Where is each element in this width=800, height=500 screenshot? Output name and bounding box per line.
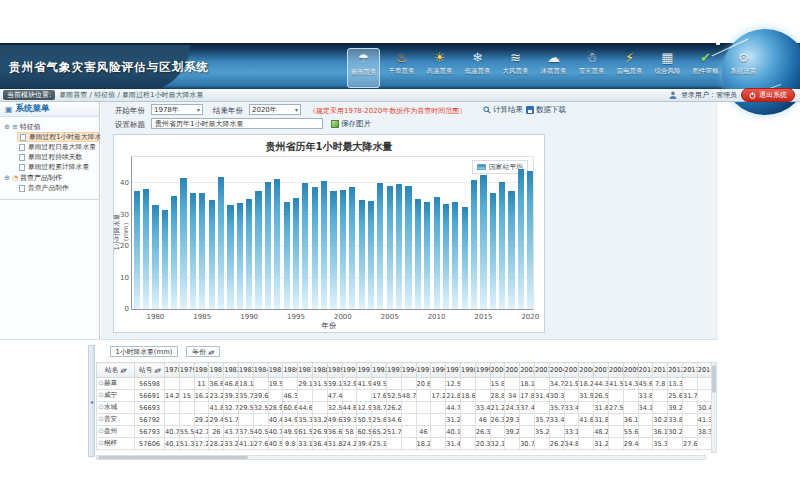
tree-item-0-3[interactable]: 暴雨过程累计降水量 [17,162,99,172]
sidebar-title: 系统菜单 [16,103,50,115]
sort-filter-label: 年份 [192,347,206,357]
end-year-select[interactable]: 2020年 ▾ [249,104,301,115]
tree-expand-icon[interactable]: ⊕ [4,174,10,182]
value-cell-1997: 31.4 [446,438,461,450]
column-header-year-1992: 1992 [372,363,387,378]
bar-1992 [265,182,271,309]
value-cell-1982: 51.7 [224,414,239,426]
table-row-56693: ⊙水城5669341.832.729.532.528.960.644.632.5… [97,402,713,414]
column-header-year-1993: 1993 [387,363,402,378]
nav-item-composite-risk[interactable]: ▦综合风险 [651,48,684,88]
value-cell-1978: 40.1 [165,438,180,450]
station-name-cell: ⊙赫章 [97,378,135,390]
bar-2017 [499,182,505,309]
value-cell-1987: 35.3 [298,414,313,426]
value-cell-1993: 34.6 [387,414,402,426]
table-row-56598: ⊙赫章565981136.646.818.119.529.131.539.132… [97,378,713,390]
collapse-handle[interactable]: ◂ [88,345,95,457]
column-header-year-1998: 1998 [460,363,475,378]
table-row-56691: ⊙威宁5669114.21516.223.239.335.739.646.347… [97,390,713,402]
nav-item-snow[interactable]: ☃雪灾普查 [575,48,608,88]
scrollbar-thumb[interactable] [712,365,716,393]
nav-item-hail[interactable]: ☁冰雹普查 [537,48,570,88]
sort-arrows-icon[interactable]: ▲▼ [154,367,160,373]
value-cell-2002: 37.4 [520,402,535,414]
value-cell-1992: 38.7 [372,402,387,414]
tree-expand-icon[interactable]: ⊕ [4,123,10,131]
user-icon [669,91,677,99]
column-header-station-id[interactable]: 站号▲▼ [135,363,165,378]
bar-2003 [368,201,374,309]
value-cell-1985 [268,390,283,402]
vertical-scrollbar[interactable] [711,362,717,453]
nav-item-lightning[interactable]: ⚡雷电普查 [613,48,646,88]
value-cell-1997: 12.5 [446,378,461,390]
hail-icon: ☁ [547,50,560,67]
tree-item-0-0[interactable]: 暴雨过程1小时最大降水量 [17,132,99,142]
value-cell-2013: 27.6 [682,438,697,450]
value-cell-2012 [668,438,683,450]
bar-2019 [518,169,524,309]
calc-result-button[interactable]: 计算结果 [483,105,523,115]
tree-item-1-0[interactable]: 普查产品制作 [17,183,99,193]
value-cell-2011: 36.1 [653,426,668,438]
horizontal-scrollbar[interactable] [96,455,706,460]
tree-node-0[interactable]: ⊕≡特征值 [4,121,99,132]
nav-item-wind[interactable]: ≋大风普查 [499,48,532,88]
bar-2009 [424,202,430,309]
bar-1995 [293,198,299,309]
x-tick-label: 1985 [189,313,215,321]
value-cell-2003 [534,438,549,450]
value-cell-1981: 36.6 [209,378,224,390]
value-cell-2005: 21.9 [564,378,579,390]
column-header-year-1983: 1983 [239,363,254,378]
value-cell-1986: 46.3 [283,390,298,402]
value-cell-1996 [431,438,446,450]
value-cell-1994 [401,414,416,426]
nav-item-system-settings[interactable]: ⚙系统设置 [727,48,760,88]
main-panel: 开始年份 1978年 ▾ 结束年份 2020年 ▾ （规定采用1978-2020… [101,102,718,340]
document-icon [19,185,25,192]
value-cell-1979 [179,414,194,426]
x-tick-label: 1995 [283,313,309,321]
tree-item-0-1[interactable]: 暴雨过程日最大降水量 [17,142,99,152]
column-header-year-2001: 2001 [505,363,520,378]
column-header-year-1984: 1984 [253,363,268,378]
tree-node-1[interactable]: ⊕◔普查产品制作 [4,172,99,183]
bar-1997 [312,187,318,309]
nav-item-map-review[interactable]: ✔图件审核 [689,48,722,88]
sort-filter[interactable]: 年份 ▲▼ [186,346,220,357]
nav-item-high-temp[interactable]: ☀高温普查 [423,48,456,88]
document-icon [20,134,26,141]
data-download-button[interactable]: 数据下载 [526,105,566,115]
nav-item-drought[interactable]: ♨干旱普查 [385,48,418,88]
value-cell-2012: 39.2 [668,402,683,414]
measure-filter-label: 1小时降水量(mm) [116,347,173,357]
column-header-year-2013: 2013 [682,363,697,378]
chart-title-value: 贵州省历年1小时最大降水量 [155,119,243,129]
image-icon [331,120,339,128]
column-header-station-name[interactable]: 站名▲▼ [97,363,135,378]
measure-filter[interactable]: 1小时降水量(mm) [110,346,178,357]
value-cell-2006 [579,402,594,414]
x-tick-label: 2005 [377,313,403,321]
nav-item-rainstorm[interactable]: ☂暴雨普查 [347,48,380,88]
sort-arrows-icon: ▲▼ [208,349,214,355]
value-cell-1979: 15 [179,390,194,402]
station-name: 普安 [104,415,117,423]
value-cell-1984: 32.5 [253,402,268,414]
value-cell-1993 [387,438,402,450]
logout-button[interactable]: 退出系统 [741,88,795,102]
save-image-button[interactable]: 保存图片 [331,119,371,129]
start-year-select[interactable]: 1978年 ▾ [151,104,203,115]
value-cell-2010: 34.1 [638,402,653,414]
table-row-57606: ⊙桐梓5760640.151.317.228.233.241.127.640.5… [97,438,713,450]
nav-item-low-temp[interactable]: ❄低温普查 [461,48,494,88]
scrollbar-thumb[interactable] [98,456,248,459]
value-cell-1996 [431,426,446,438]
chart-title-input[interactable]: 贵州省历年1小时最大降水量 [151,118,323,129]
tree-item-0-2[interactable]: 暴雨过程持续天数 [17,152,99,162]
value-cell-1988: 36.4 [313,438,328,450]
bar-2014 [471,180,477,309]
sort-arrows-icon[interactable]: ▲▼ [120,367,126,373]
